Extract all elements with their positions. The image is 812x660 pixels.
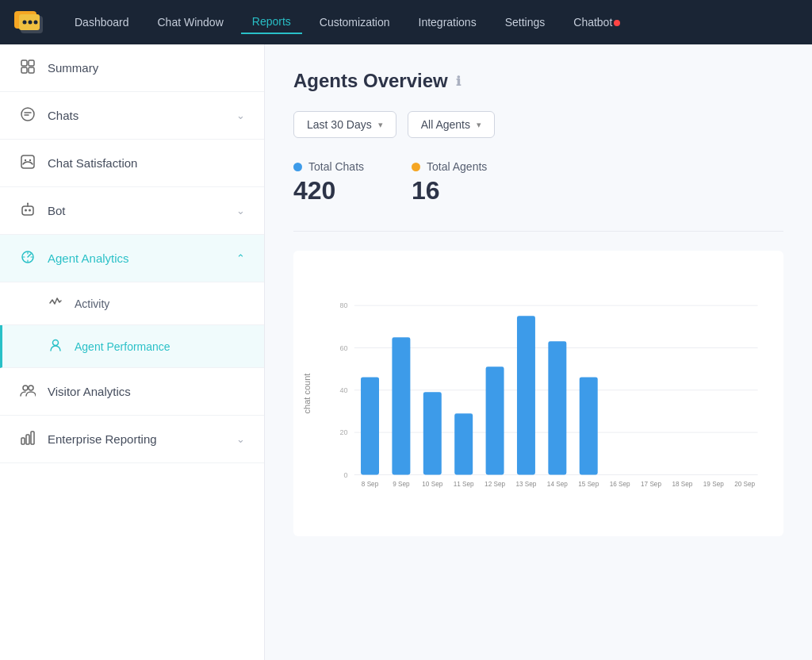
svg-text:19 Sep: 19 Sep — [703, 481, 724, 488]
main-content: Agents Overview ℹ Last 30 Days ▾ All Age… — [265, 44, 812, 660]
total-chats-value: 420 — [293, 176, 364, 205]
svg-point-15 — [25, 209, 27, 212]
stats-divider — [293, 231, 783, 232]
svg-text:15 Sep: 15 Sep — [578, 481, 599, 488]
nav-chatbot[interactable]: Chatbot — [562, 11, 631, 33]
agent-analytics-chevron: ⌃ — [236, 252, 245, 264]
svg-point-20 — [29, 386, 33, 390]
svg-text:14 Sep: 14 Sep — [547, 481, 568, 488]
chart-svg-wrapper: 80 60 40 20 0 8 Sep — [328, 267, 771, 527]
svg-point-5 — [34, 21, 38, 25]
svg-text:18 Sep: 18 Sep — [672, 481, 692, 488]
svg-text:16 Sep: 16 Sep — [610, 481, 630, 488]
bot-icon — [19, 201, 36, 220]
svg-point-10 — [21, 108, 34, 121]
sidebar-subitem-agent-performance[interactable]: Agent Performance — [0, 325, 264, 368]
chats-chevron: ⌄ — [236, 109, 245, 121]
bar-11sep — [454, 413, 473, 474]
svg-text:0: 0 — [344, 471, 348, 479]
svg-text:20 Sep: 20 Sep — [734, 481, 755, 488]
sidebar-item-summary[interactable]: Summary — [0, 44, 264, 92]
sidebar-item-enterprise-reporting[interactable]: Enterprise Reporting ⌄ — [0, 416, 264, 463]
total-agents-label: Total Agents — [412, 160, 487, 173]
filter-bar: Last 30 Days ▾ All Agents ▾ — [293, 111, 783, 138]
svg-text:12 Sep: 12 Sep — [485, 481, 505, 488]
svg-text:80: 80 — [340, 301, 348, 309]
svg-text:10 Sep: 10 Sep — [422, 481, 442, 488]
bar-14sep — [548, 341, 566, 474]
bar-chart: 80 60 40 20 0 8 Sep — [328, 267, 771, 527]
analytics-icon — [19, 249, 36, 267]
svg-text:60: 60 — [340, 344, 348, 352]
total-chats-label: Total Chats — [293, 160, 364, 173]
svg-text:8 Sep: 8 Sep — [362, 481, 379, 488]
agents-filter-button[interactable]: All Agents ▾ — [408, 111, 495, 138]
visitor-icon — [19, 382, 36, 401]
enterprise-icon — [19, 430, 36, 448]
sidebar: Summary Chats ⌄ Chat Satisfaction Bot ⌄ — [0, 44, 265, 660]
svg-text:9 Sep: 9 Sep — [393, 481, 410, 488]
sidebar-item-visitor-analytics[interactable]: Visitor Analytics — [0, 368, 264, 416]
svg-text:11 Sep: 11 Sep — [454, 481, 474, 488]
nav-settings[interactable]: Settings — [494, 11, 557, 33]
sidebar-item-bot[interactable]: Bot ⌄ — [0, 187, 264, 235]
chart-y-axis-label: chat count — [302, 374, 312, 414]
chatbot-status-dot — [614, 20, 620, 26]
nav-reports[interactable]: Reports — [241, 10, 302, 34]
top-navigation: Dashboard Chat Window Reports Customizat… — [0, 0, 812, 44]
bar-13sep — [517, 316, 535, 474]
svg-rect-21 — [21, 438, 25, 444]
agents-filter-arrow: ▾ — [477, 120, 481, 130]
sidebar-item-agent-analytics[interactable]: Agent Analytics ⌃ — [0, 235, 264, 282]
svg-text:20: 20 — [340, 428, 348, 436]
bar-15sep — [580, 377, 598, 474]
bar-12sep — [486, 366, 504, 474]
activity-icon — [48, 295, 63, 312]
chats-dot — [293, 163, 302, 171]
svg-rect-23 — [31, 432, 34, 444]
nav-dashboard[interactable]: Dashboard — [63, 11, 140, 33]
date-filter-button[interactable]: Last 30 Days ▾ — [293, 111, 396, 138]
svg-point-12 — [29, 159, 31, 161]
agents-dot — [412, 163, 420, 171]
bar-chart-container: chat count 80 60 40 20 0 — [293, 251, 783, 536]
bar-9sep — [392, 337, 410, 474]
svg-text:17 Sep: 17 Sep — [641, 481, 661, 488]
sidebar-item-chats[interactable]: Chats ⌄ — [0, 92, 264, 140]
svg-rect-6 — [21, 60, 27, 66]
svg-rect-8 — [21, 67, 27, 73]
svg-point-19 — [23, 386, 28, 390]
svg-point-11 — [25, 159, 26, 161]
sidebar-subitem-activity[interactable]: Activity — [0, 282, 264, 325]
total-chats-stat: Total Chats 420 — [293, 160, 364, 205]
svg-point-4 — [29, 21, 33, 25]
page-title: Agents Overview ℹ — [293, 70, 783, 92]
agent-performance-icon — [48, 338, 63, 355]
nav-integrations[interactable]: Integrations — [408, 11, 488, 33]
svg-text:40: 40 — [340, 386, 348, 394]
nav-customization[interactable]: Customization — [308, 11, 401, 33]
bot-chevron: ⌄ — [236, 205, 245, 217]
enterprise-chevron: ⌄ — [236, 433, 245, 445]
nav-chat-window[interactable]: Chat Window — [147, 11, 235, 33]
svg-rect-14 — [22, 206, 33, 215]
app-logo — [13, 8, 48, 36]
svg-point-18 — [53, 340, 59, 346]
chats-icon — [19, 106, 36, 125]
svg-rect-9 — [29, 67, 34, 73]
bar-10sep — [423, 392, 442, 474]
sidebar-item-chat-satisfaction[interactable]: Chat Satisfaction — [0, 140, 264, 187]
summary-icon — [19, 59, 36, 77]
svg-point-16 — [29, 209, 31, 212]
stats-row: Total Chats 420 Total Agents 16 — [293, 160, 783, 205]
total-agents-stat: Total Agents 16 — [412, 160, 487, 205]
svg-rect-22 — [26, 435, 29, 444]
svg-point-3 — [23, 21, 27, 25]
total-agents-value: 16 — [412, 176, 487, 205]
page-layout: Summary Chats ⌄ Chat Satisfaction Bot ⌄ — [0, 44, 812, 660]
svg-text:13 Sep: 13 Sep — [515, 481, 536, 488]
bar-8sep — [361, 377, 379, 474]
info-icon[interactable]: ℹ — [456, 74, 461, 89]
date-filter-arrow: ▾ — [378, 120, 383, 130]
svg-point-17 — [27, 203, 29, 205]
